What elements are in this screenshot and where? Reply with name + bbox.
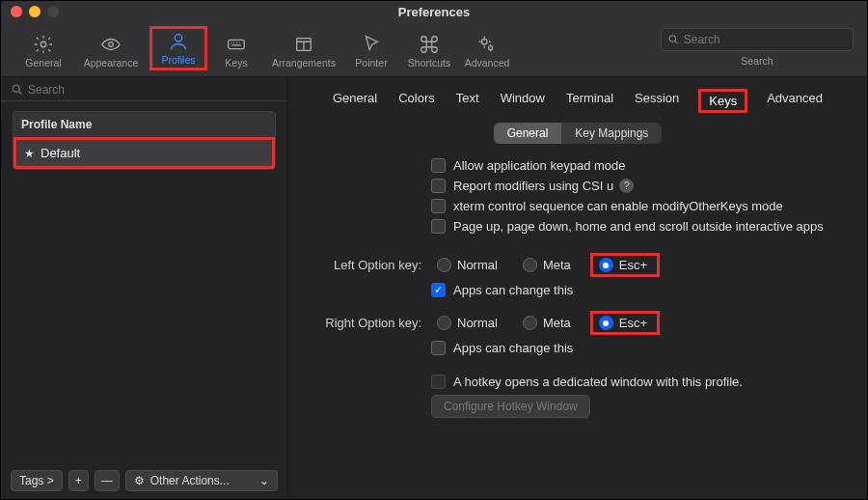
toolbar-label: Advanced bbox=[465, 57, 510, 69]
sidebar-search-input[interactable] bbox=[28, 83, 280, 97]
chevron-down-icon: ⌄ bbox=[259, 474, 269, 487]
toolbar-label: Appearance bbox=[84, 57, 139, 69]
checkbox-hotkey-window[interactable] bbox=[431, 375, 446, 389]
label-left-apps-change: Apps can change this bbox=[453, 283, 573, 297]
svg-point-1 bbox=[109, 42, 114, 47]
label-right-apps-change: Apps can change this bbox=[453, 341, 573, 355]
body: Profile Name ★ Default Tags > + — ⚙Other… bbox=[1, 77, 867, 499]
preferences-window: Preferences General Appearance Profiles … bbox=[0, 0, 868, 500]
profile-icon bbox=[167, 31, 190, 52]
titlebar: Preferences bbox=[1, 1, 867, 22]
label-xterm: xterm control sequence can enable modify… bbox=[453, 199, 783, 213]
keys-subtabs: General Key Mappings bbox=[288, 123, 867, 144]
command-icon bbox=[418, 34, 441, 55]
star-icon: ★ bbox=[24, 147, 35, 160]
highlight-profile-row: ★ Default bbox=[14, 137, 275, 169]
tab-keys[interactable]: Keys bbox=[698, 89, 747, 113]
toolbar-keys[interactable]: Keys bbox=[207, 32, 265, 70]
label-pagescroll: Page up, page down, home and end scroll … bbox=[453, 219, 824, 234]
toolbar-appearance[interactable]: Appearance bbox=[72, 32, 149, 70]
right-option-label: Right Option key: bbox=[308, 316, 431, 330]
toolbar-profiles[interactable]: Profiles bbox=[149, 26, 207, 70]
toolbar-search[interactable] bbox=[661, 28, 854, 51]
left-option-meta[interactable]: Meta bbox=[517, 256, 590, 274]
add-profile-button[interactable]: + bbox=[68, 470, 89, 491]
profile-list: Profile Name ★ Default bbox=[13, 111, 276, 170]
checkbox-csi[interactable] bbox=[431, 179, 446, 193]
svg-point-7 bbox=[669, 36, 675, 42]
tags-button[interactable]: Tags > bbox=[11, 470, 63, 491]
checkbox-right-apps-change[interactable] bbox=[431, 341, 446, 355]
sidebar-search[interactable] bbox=[1, 77, 287, 100]
right-option-normal[interactable]: Normal bbox=[431, 314, 517, 332]
label-hotkey: A hotkey opens a dedicated window with t… bbox=[453, 375, 743, 389]
profile-list-header: Profile Name bbox=[14, 112, 275, 137]
label-keypad: Allow application keypad mode bbox=[453, 158, 626, 173]
svg-point-2 bbox=[175, 35, 181, 42]
tab-general[interactable]: General bbox=[331, 89, 379, 113]
sidebar: Profile Name ★ Default Tags > + — ⚙Other… bbox=[1, 77, 288, 499]
toolbar-label: Pointer bbox=[355, 57, 387, 69]
tab-advanced[interactable]: Advanced bbox=[765, 89, 825, 113]
checkbox-left-apps-change[interactable] bbox=[431, 283, 446, 297]
profile-tabs: General Colors Text Window Terminal Sess… bbox=[288, 77, 867, 119]
help-icon[interactable]: ? bbox=[619, 179, 634, 193]
search-icon bbox=[11, 83, 24, 97]
other-actions-dropdown[interactable]: ⚙Other Actions... ⌄ bbox=[125, 470, 278, 491]
toolbar-label: Shortcuts bbox=[408, 57, 450, 69]
checkbox-keypad[interactable] bbox=[431, 158, 446, 173]
window-grid-icon bbox=[292, 34, 315, 55]
svg-point-0 bbox=[41, 42, 46, 47]
keys-form: Allow application keypad mode Report mod… bbox=[288, 155, 867, 421]
gears-icon bbox=[475, 34, 499, 55]
right-option-esc[interactable]: Esc+ bbox=[590, 311, 660, 335]
svg-point-5 bbox=[482, 40, 488, 45]
svg-point-6 bbox=[489, 46, 493, 50]
toolbar-arrangements[interactable]: Arrangements bbox=[265, 32, 342, 70]
toolbar-search-label: Search bbox=[719, 55, 796, 67]
remove-profile-button[interactable]: — bbox=[95, 470, 120, 491]
keyboard-icon bbox=[225, 34, 248, 55]
toolbar-pointer[interactable]: Pointer bbox=[342, 32, 400, 70]
toolbar-search-input[interactable] bbox=[684, 33, 847, 46]
left-option-normal[interactable]: Normal bbox=[431, 256, 517, 274]
toolbar-advanced[interactable]: Advanced bbox=[458, 32, 516, 70]
svg-point-8 bbox=[13, 85, 19, 92]
toolbar-shortcuts[interactable]: Shortcuts bbox=[400, 32, 458, 70]
label-csi: Report modifiers using CSI u bbox=[453, 179, 613, 193]
window-title: Preferences bbox=[1, 5, 867, 19]
tab-session[interactable]: Session bbox=[633, 89, 681, 113]
checkbox-pagescroll[interactable] bbox=[431, 219, 446, 234]
left-option-esc[interactable]: Esc+ bbox=[590, 253, 660, 277]
toolbar-label: Keys bbox=[225, 57, 247, 69]
gear-icon: ⚙ bbox=[134, 474, 145, 487]
other-actions-label: Other Actions... bbox=[150, 474, 230, 487]
eye-icon bbox=[99, 34, 122, 55]
toolbar-label: Profiles bbox=[161, 54, 195, 66]
toolbar: General Appearance Profiles Keys Arrange… bbox=[1, 22, 867, 77]
tab-text[interactable]: Text bbox=[454, 89, 481, 113]
svg-rect-3 bbox=[229, 40, 245, 48]
subtab-general[interactable]: General bbox=[494, 123, 562, 144]
sidebar-footer: Tags > + — ⚙Other Actions... ⌄ bbox=[1, 462, 287, 499]
profile-row-default[interactable]: ★ Default bbox=[16, 140, 272, 166]
right-option-meta[interactable]: Meta bbox=[517, 314, 590, 332]
configure-hotkey-button[interactable]: Configure Hotkey Window bbox=[431, 395, 590, 418]
profile-detail-pane: General Colors Text Window Terminal Sess… bbox=[288, 77, 867, 499]
profile-name: Default bbox=[41, 146, 80, 160]
toolbar-label: General bbox=[25, 57, 61, 69]
search-icon bbox=[667, 33, 680, 46]
pointer-icon bbox=[360, 34, 383, 55]
subtab-key-mappings[interactable]: Key Mappings bbox=[561, 123, 662, 144]
gear-icon bbox=[32, 34, 55, 55]
tab-colors[interactable]: Colors bbox=[396, 89, 437, 113]
toolbar-label: Arrangements bbox=[272, 57, 336, 69]
checkbox-xterm[interactable] bbox=[431, 199, 446, 213]
tab-terminal[interactable]: Terminal bbox=[564, 89, 615, 113]
toolbar-general[interactable]: General bbox=[14, 32, 72, 70]
tab-window[interactable]: Window bbox=[499, 89, 547, 113]
left-option-label: Left Option key: bbox=[308, 258, 431, 272]
